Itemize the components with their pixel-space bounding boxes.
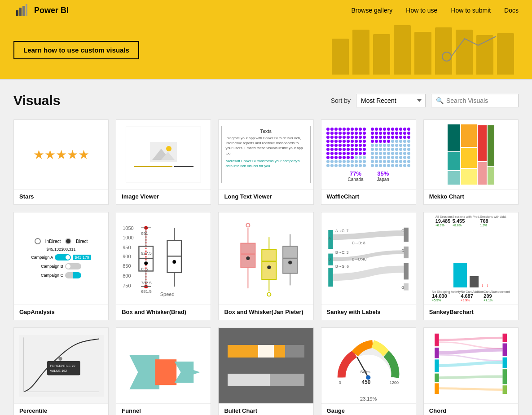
main-nav: Browse gallery How to use How to submit … [352, 7, 519, 14]
sb-bar-teal [453, 263, 467, 287]
card-image-viewer[interactable]: Image Viewer [116, 119, 211, 205]
svg-rect-90 [503, 334, 507, 342]
waffle-dot [359, 156, 362, 159]
waffle-dot [330, 152, 334, 155]
waffle-dot [334, 156, 338, 159]
svg-rect-88 [435, 374, 439, 382]
svg-text:1050: 1050 [123, 225, 134, 231]
gap-toggle-c[interactable] [65, 272, 81, 278]
gap-radio-row: InDirect Direct [35, 238, 88, 244]
waffle-dot [391, 164, 394, 167]
gap-toggle-a[interactable] [55, 254, 71, 260]
sb-arrow2: ↓ [486, 283, 488, 287]
waffle-dot [330, 148, 334, 151]
waffle-dot [351, 148, 354, 151]
gauge-svg: 0 1200 Sales 450 [328, 333, 409, 391]
img-bar1 [134, 166, 172, 167]
svg-point-51 [267, 293, 271, 296]
card-percentile-preview: PERCENTILE 70 VALUE 162 [14, 328, 108, 403]
sb-no-shopping-change: +5.9% [432, 299, 461, 302]
sb-sessions-prod-value: 5.455 [453, 218, 480, 224]
card-percentile[interactable]: PERCENTILE 70 VALUE 162 Percentile [13, 327, 109, 415]
waffle-grid-canada [326, 128, 366, 168]
card-sankey-preview: A→C: 7 C→D: 8 B→C: 3 B→D:4C B→G: 6 A B C… [321, 212, 416, 305]
card-box-jan[interactable]: Box and Whisker(Jan Pieter) [218, 212, 313, 320]
waffle-dot [403, 136, 406, 139]
nav-docs[interactable]: Docs [504, 7, 519, 14]
sb-no-cart-label: No Cart Addition [461, 290, 484, 293]
waffle-dot [375, 148, 378, 151]
card-gap[interactable]: InDirect Direct $45,132 $88,311 Campaign… [13, 212, 109, 320]
waffle-dot [351, 132, 354, 135]
mekko-seg-1-0 [461, 124, 477, 147]
card-long-text[interactable]: Texts Integrate your app with Power BI t… [218, 119, 313, 205]
nav-how-to-submit[interactable]: How to submit [451, 7, 491, 14]
waffle-dot [379, 144, 382, 147]
waffle-dot [407, 152, 410, 155]
search-input[interactable] [446, 97, 514, 104]
svg-point-41 [246, 256, 250, 260]
waffle-dot [326, 128, 330, 131]
waffle-dot [339, 132, 342, 135]
waffle-dot [355, 144, 358, 147]
nav-how-to-use[interactable]: How to use [406, 7, 437, 14]
mekko-seg-0-2 [448, 171, 460, 185]
card-sankey-bar-title: SankeyBarchart [424, 305, 518, 320]
card-chord[interactable]: Chord [423, 327, 519, 415]
card-gauge-pct: 23.19% [321, 396, 416, 403]
svg-rect-77 [155, 359, 176, 385]
waffle-dot [391, 148, 394, 151]
waffle-dot [383, 132, 386, 135]
gap-toggle-b[interactable] [65, 263, 81, 269]
mekko-seg-1-1 [461, 148, 477, 168]
waffle-dot [387, 128, 390, 131]
ltv-header: Texts [225, 129, 306, 134]
bullet-row2-fill [228, 374, 270, 386]
card-gauge-title: Gauge [321, 403, 416, 415]
svg-rect-55 [404, 228, 409, 242]
card-bullet[interactable]: Bullet Chart [218, 327, 313, 415]
hero-cta-button[interactable]: Learn how to use custom visuals [13, 41, 139, 59]
waffle-dot [391, 132, 394, 135]
percentile-svg: PERCENTILE 70 VALUE 162 [19, 334, 104, 398]
card-funnel-preview [116, 328, 211, 403]
svg-text:A: A [328, 236, 331, 240]
card-sankey-bar[interactable]: All Sessions 19.485 +6.9% Sessions with … [423, 212, 519, 320]
card-bullet-title: Bullet Chart [219, 403, 313, 415]
waffle-dot [379, 136, 382, 139]
waffle-dot [363, 128, 366, 131]
gap-campaign-a: Campaign A $43,179 [31, 254, 91, 260]
svg-rect-92 [503, 358, 507, 368]
waffle-dot [330, 160, 334, 163]
waffle-dot [395, 164, 398, 167]
waffle-dot [391, 144, 394, 147]
svg-rect-58 [404, 283, 409, 291]
nav-browse-gallery[interactable]: Browse gallery [352, 7, 393, 14]
card-funnel[interactable]: Funnel [116, 327, 211, 415]
card-stars[interactable]: ★ ★ ★ ★ ★ Stars [13, 119, 109, 205]
waffle-grids [326, 128, 411, 168]
svg-rect-87 [435, 360, 439, 372]
box-jan-svg [224, 219, 308, 297]
card-waffle[interactable]: 77% Canada 35% Japan WaffleChart [321, 119, 416, 205]
waffle-dot [379, 152, 382, 155]
sort-select[interactable]: Most Recent Top Rated Most Downloaded [356, 94, 426, 107]
card-gauge[interactable]: 0 1200 Sales 450 23.19% Gauge [321, 327, 416, 415]
waffle-dot [363, 140, 366, 143]
sb-sessions-add-label: Sessions with Add. [480, 215, 506, 218]
svg-rect-85 [435, 334, 439, 346]
waffle-dot [371, 144, 374, 147]
waffle-dot [326, 152, 330, 155]
waffle-dot [347, 128, 350, 131]
img-bar2 [174, 166, 193, 167]
waffle-dot [395, 128, 398, 131]
card-sankey[interactable]: A→C: 7 C→D: 8 B→C: 3 B→D:4C B→G: 6 A B C… [321, 212, 416, 320]
gap-label-direct: Direct [76, 239, 88, 244]
svg-rect-57 [404, 263, 409, 280]
svg-point-73 [58, 357, 62, 360]
waffle-dot [326, 140, 330, 143]
sb-sessions-prod-change: +8.8% [453, 224, 480, 227]
card-box-brad[interactable]: 1050 1000 950 900 850 800 750 [116, 212, 211, 320]
card-mekko[interactable]: Mekko Chart [423, 119, 519, 205]
sb-no-cart: No Cart Addition 4.687 +9.9% [461, 290, 484, 302]
